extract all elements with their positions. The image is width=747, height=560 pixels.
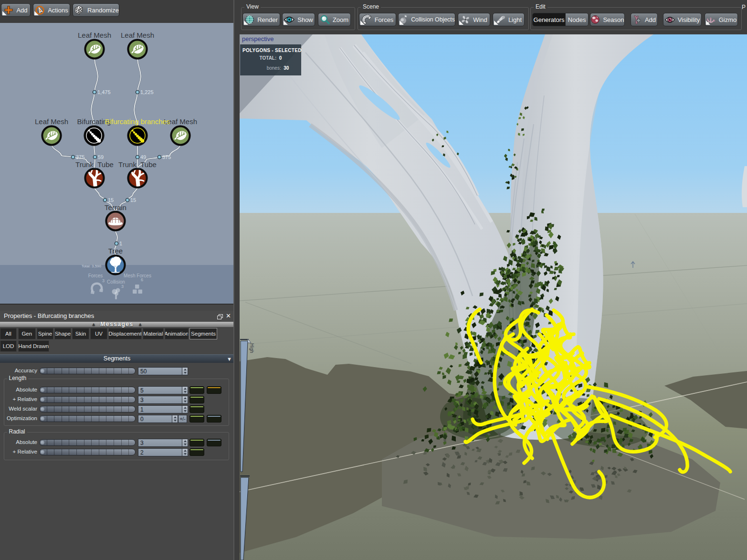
svg-text:Terrain: Terrain [105,203,126,211]
svg-text:Trunk_Tube: Trunk_Tube [75,160,114,169]
svg-text:49: 49 [140,154,146,160]
svg-text:Total: 3,590: Total: 3,590 [82,264,102,268]
svg-text:15: 15 [108,197,114,203]
svg-text:3: 3 [102,278,105,283]
svg-text:375: 375 [76,154,84,160]
svg-text:Bifurcating branches: Bifurcating branches [105,117,170,126]
svg-text:Leaf Mesh: Leaf Mesh [121,31,154,39]
svg-text:1,475: 1,475 [97,89,111,95]
svg-text:6: 6 [141,277,143,282]
svg-text:375: 375 [162,154,171,160]
svg-text:High: High [249,343,254,353]
svg-text:59: 59 [98,154,104,160]
svg-text:Trunk_Tube: Trunk_Tube [118,160,157,169]
svg-text:1: 1 [119,241,122,246]
svg-text:Forces: Forces [88,273,103,278]
svg-text:Mesh Forces: Mesh Forces [124,273,151,278]
svg-text:3: 3 [121,284,124,289]
svg-text:Leaf Mesh: Leaf Mesh [78,31,111,39]
svg-text:Leaf Mesh: Leaf Mesh [35,117,68,126]
svg-text:15: 15 [130,197,136,203]
svg-text:Tree: Tree [108,247,123,255]
svg-text:1,225: 1,225 [140,89,154,95]
